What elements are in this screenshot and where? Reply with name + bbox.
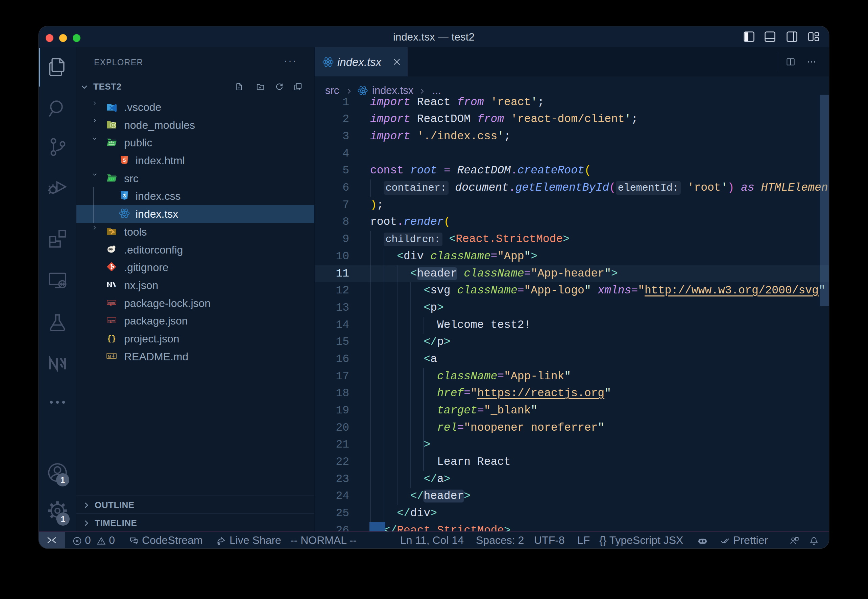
svg-text:npm: npm — [108, 301, 115, 304]
svg-text:3: 3 — [123, 193, 126, 199]
svg-text:npm: npm — [108, 318, 115, 322]
svg-text:M: M — [108, 354, 111, 358]
svg-text:{}: {} — [107, 335, 116, 343]
svg-text:JS: JS — [111, 124, 115, 127]
svg-text:5: 5 — [123, 157, 126, 163]
